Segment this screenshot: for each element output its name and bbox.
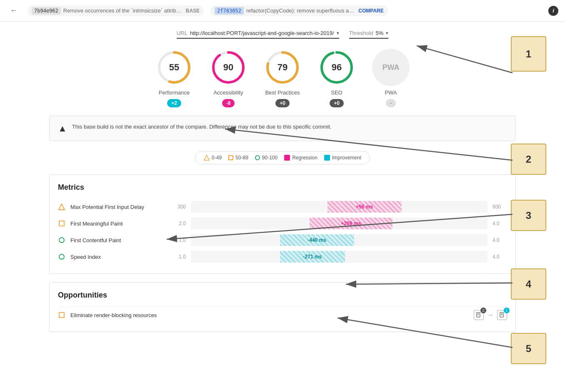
url-value: http://localhost:PORT/javascript-and-goo… bbox=[190, 30, 334, 36]
metric-icon-container bbox=[58, 203, 65, 211]
metric-max: 4.0 bbox=[492, 237, 507, 243]
legend-label: 90-100 bbox=[262, 155, 278, 161]
opportunity-row: Eliminate render-blocking resources 2 → bbox=[58, 306, 507, 323]
opp-actions: 2 → 1 bbox=[474, 310, 507, 320]
score-number: 79 bbox=[278, 62, 288, 73]
metric-bar: -271 ms bbox=[191, 251, 488, 263]
metric-icon-container bbox=[58, 220, 65, 227]
score-name: SEO bbox=[331, 89, 342, 96]
triangle-metric-icon bbox=[58, 203, 65, 211]
score-item-pwa[interactable]: PWA PWA - bbox=[372, 49, 410, 107]
metric-row: First Meaningful Paint 2.0 +209 ms 4.0 bbox=[58, 215, 507, 232]
metric-row: Max Potential First Input Delay 300 +56 … bbox=[58, 198, 507, 215]
metric-bar-fill: +56 ms bbox=[328, 201, 402, 213]
opportunities-rows: Eliminate render-blocking resources 2 → bbox=[58, 306, 507, 323]
svg-point-12 bbox=[59, 254, 64, 259]
regression-icon bbox=[284, 155, 290, 161]
metric-bar: +56 ms bbox=[191, 201, 488, 213]
threshold-section[interactable]: Threshold 5% ▾ bbox=[349, 30, 389, 39]
score-item-accessibility[interactable]: 90 Accessibility -8 bbox=[210, 49, 247, 107]
svg-marker-9 bbox=[59, 204, 65, 210]
legend-item-improvement: Improvement bbox=[324, 155, 361, 161]
badge-count-right: 1 bbox=[504, 308, 510, 313]
score-badge: +0 bbox=[330, 99, 344, 107]
score-circle-accessibility: 90 bbox=[210, 49, 247, 86]
legend-item-circle: 90-100 bbox=[255, 155, 278, 161]
pwa-badge: - bbox=[386, 99, 396, 107]
metric-min: 300 bbox=[171, 204, 186, 210]
opp-action-btn-2[interactable]: 1 bbox=[497, 310, 507, 320]
score-number: 55 bbox=[169, 62, 179, 73]
compare-tag: COMPARE bbox=[358, 8, 383, 14]
svg-marker-8 bbox=[204, 155, 209, 160]
compare-commit-chip[interactable]: 2f783052 refactor(CopyCode): remove supe… bbox=[210, 5, 388, 16]
page-icon-2 bbox=[499, 312, 505, 318]
metric-bar-fill: -271 ms bbox=[280, 251, 345, 263]
base-description: Remove occurrences of the `intrinsicsize… bbox=[63, 7, 182, 14]
metric-bar-fill: +209 ms bbox=[310, 218, 392, 229]
url-threshold-bar: URL http://localhost:PORT/javascript-and… bbox=[49, 30, 516, 39]
score-number: 96 bbox=[332, 62, 342, 73]
url-label: URL bbox=[177, 30, 188, 36]
metric-bar-fill: -440 ms bbox=[280, 234, 354, 246]
base-hash: 7b94e962 bbox=[32, 7, 61, 15]
base-tag: BASE bbox=[186, 8, 200, 14]
square-metric-icon bbox=[58, 220, 65, 227]
url-section[interactable]: URL http://localhost:PORT/javascript-and… bbox=[177, 30, 339, 39]
score-badge: +0 bbox=[275, 99, 290, 107]
score-circle-seo: 96 bbox=[318, 49, 355, 86]
metric-row: Speed Index 1.0 -271 ms 4.0 bbox=[58, 248, 507, 265]
legend-label: Improvement bbox=[332, 155, 361, 161]
legend-bar: 0-4950-8990-100RegressionImprovement bbox=[195, 151, 370, 164]
legend-item-regression: Regression bbox=[284, 155, 318, 161]
page-icon bbox=[476, 312, 482, 318]
score-circle-performance: 55 bbox=[155, 49, 193, 86]
back-button[interactable]: ← bbox=[7, 5, 21, 17]
metric-min: 1.0 bbox=[171, 237, 186, 243]
square-icon bbox=[228, 155, 233, 160]
score-circle-best-practices: 79 bbox=[264, 49, 301, 86]
opportunities-section: Opportunities Eliminate render-blocking … bbox=[49, 282, 516, 332]
main-content: URL http://localhost:PORT/javascript-and… bbox=[32, 22, 532, 349]
triangle-icon bbox=[204, 155, 210, 161]
compare-hash: 2f783052 bbox=[215, 7, 244, 15]
score-number: 90 bbox=[223, 62, 233, 73]
metrics-section: Metrics Max Potential First Input Delay … bbox=[49, 174, 516, 274]
circle-icon bbox=[255, 155, 260, 160]
score-item-seo[interactable]: 96 SEO +0 bbox=[318, 49, 355, 107]
metric-max: 600 bbox=[492, 204, 507, 210]
score-item-performance[interactable]: 55 Performance +2 bbox=[155, 49, 193, 107]
metric-max: 4.0 bbox=[492, 221, 507, 226]
metric-icon-container bbox=[58, 253, 65, 261]
legend-label: 50-89 bbox=[235, 155, 248, 161]
score-name-pwa: PWA bbox=[385, 89, 397, 96]
score-name: Best Practices bbox=[265, 89, 300, 96]
svg-point-11 bbox=[59, 238, 64, 243]
circle-green-metric-icon bbox=[58, 253, 65, 260]
svg-rect-10 bbox=[59, 221, 64, 226]
pwa-circle: PWA bbox=[372, 49, 410, 86]
metrics-title: Metrics bbox=[58, 183, 507, 192]
score-name: Performance bbox=[159, 89, 190, 96]
opportunities-title: Opportunities bbox=[58, 291, 507, 300]
svg-rect-13 bbox=[59, 313, 64, 318]
scores-row: 55 Performance +2 90 Accessibility -8 79 bbox=[49, 49, 516, 107]
metric-icon-container bbox=[58, 236, 65, 244]
info-icon[interactable]: i bbox=[548, 6, 558, 16]
metric-name: First Contentful Paint bbox=[70, 237, 166, 243]
base-commit-chip[interactable]: 7b94e962 Remove occurrences of the `intr… bbox=[28, 5, 204, 16]
metrics-rows: Max Potential First Input Delay 300 +56 … bbox=[58, 198, 507, 265]
opp-icon-container bbox=[58, 311, 65, 319]
opp-name: Eliminate render-blocking resources bbox=[70, 312, 469, 318]
legend-label: Regression bbox=[292, 155, 318, 161]
url-dropdown-arrow: ▾ bbox=[337, 30, 339, 36]
opp-action-btn-1[interactable]: 2 bbox=[474, 310, 484, 320]
circle-metric-icon bbox=[58, 237, 65, 243]
compare-description: refactor(CopyCode): remove superfluous a… bbox=[246, 7, 354, 14]
legend-item-triangle: 0-49 bbox=[204, 155, 222, 161]
metric-name: Max Potential First Input Delay bbox=[70, 204, 166, 210]
arrow-right-icon: → bbox=[487, 311, 494, 319]
score-item-best-practices[interactable]: 79 Best Practices +0 bbox=[264, 49, 301, 107]
metric-bar: -440 ms bbox=[191, 234, 488, 246]
metric-name: First Meaningful Paint bbox=[70, 221, 166, 227]
